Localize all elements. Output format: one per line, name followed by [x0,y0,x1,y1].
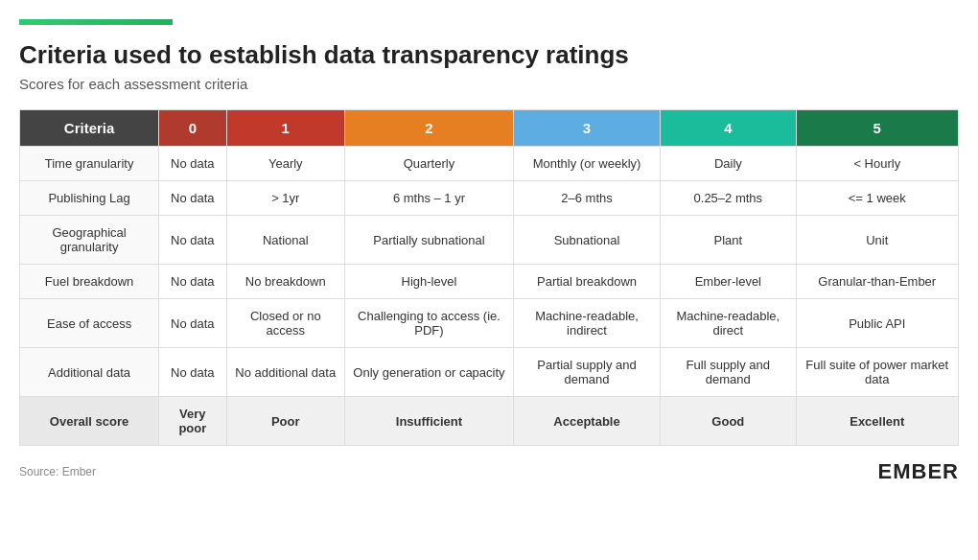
table-header-row: Criteria 0 1 2 3 4 5 [20,110,959,147]
row-value: Monthly (or weekly) [513,147,660,181]
score-0-header: 0 [159,110,226,147]
row-value: Partial breakdown [513,265,660,299]
row-value: Daily [661,147,796,181]
row-value: No data [159,216,226,265]
top-accent-bar [19,19,173,25]
score-5-header: 5 [796,110,958,147]
overall-value: Poor [226,397,344,446]
row-label: Geographical granularity [20,216,159,265]
row-label: Time granularity [20,147,159,181]
row-value: Full supply and demand [661,348,796,397]
table-row: Time granularityNo dataYearlyQuarterlyMo… [20,147,959,181]
overall-value: Good [661,397,796,446]
source-text: Source: Ember [19,465,96,478]
row-label: Publishing Lag [20,181,159,216]
row-value: Subnational [513,216,660,265]
table-row: Additional dataNo dataNo additional data… [20,348,959,397]
row-label: Ease of access [20,299,159,348]
row-value: Granular-than-Ember [796,265,958,299]
row-value: No data [159,147,226,181]
table-row: Ease of accessNo dataClosed or no access… [20,299,959,348]
table-row: Fuel breakdownNo dataNo breakdownHigh-le… [20,265,959,299]
row-value: Partially subnational [344,216,513,265]
overall-value: Excellent [796,397,958,446]
row-value: Partial supply and demand [513,348,660,397]
row-value: Public API [796,299,958,348]
row-value: No data [159,348,226,397]
row-value: Machine-readable, indirect [513,299,660,348]
overall-value: Very poor [159,397,226,446]
row-label: Fuel breakdown [20,265,159,299]
table-row: Geographical granularityNo dataNationalP… [20,216,959,265]
ember-logo: EMBER [878,459,959,484]
overall-value: Insufficient [344,397,513,446]
row-value: Yearly [226,147,344,181]
row-value: No additional data [226,348,344,397]
page-subtitle: Scores for each assessment criteria [19,76,959,92]
overall-score-row: Overall scoreVery poorPoorInsufficientAc… [20,397,959,446]
row-value: Unit [796,216,958,265]
row-value: Machine-readable, direct [661,299,796,348]
page-title: Criteria used to establish data transpar… [19,40,959,70]
row-value: Only generation or capacity [344,348,513,397]
score-4-header: 4 [661,110,796,147]
overall-value: Acceptable [513,397,660,446]
row-value: Closed or no access [226,299,344,348]
row-value: <= 1 week [796,181,958,216]
row-value: 6 mths – 1 yr [344,181,513,216]
row-value: < Hourly [796,147,958,181]
footer: Source: Ember EMBER [19,459,959,484]
overall-label: Overall score [20,397,159,446]
criteria-column-header: Criteria [20,110,159,147]
row-value: Plant [661,216,796,265]
row-value: > 1yr [226,181,344,216]
row-value: 2–6 mths [513,181,660,216]
row-value: Challenging to access (ie. PDF) [344,299,513,348]
score-3-header: 3 [513,110,660,147]
row-value: No data [159,181,226,216]
score-1-header: 1 [226,110,344,147]
row-value: Quarterly [344,147,513,181]
row-value: 0.25–2 mths [661,181,796,216]
table-row: Publishing LagNo data> 1yr6 mths – 1 yr2… [20,181,959,216]
row-value: No data [159,265,226,299]
score-2-header: 2 [344,110,513,147]
row-value: Full suite of power market data [796,348,958,397]
row-value: Ember-level [661,265,796,299]
row-value: National [226,216,344,265]
row-label: Additional data [20,348,159,397]
row-value: High-level [344,265,513,299]
criteria-table: Criteria 0 1 2 3 4 5 Time granularityNo … [19,109,959,446]
row-value: No breakdown [226,265,344,299]
row-value: No data [159,299,226,348]
